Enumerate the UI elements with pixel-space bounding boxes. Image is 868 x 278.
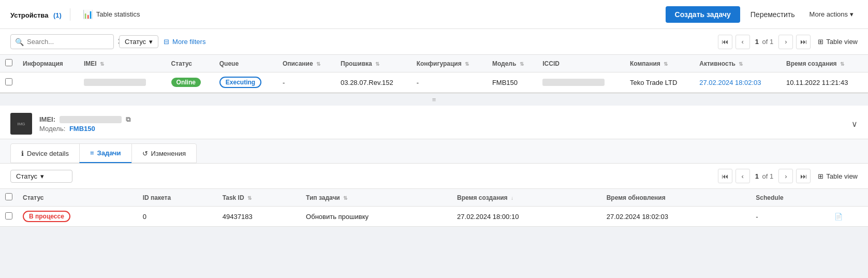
sub-table-wrap: Статус ID пакета Task ID ⇅ Тип задачи ⇅ … (0, 189, 868, 227)
sub-select-all-checkbox[interactable] (5, 193, 12, 200)
table-statistics-button[interactable]: 📊 Table statistics (79, 7, 144, 21)
search-box[interactable]: 🔍 ✕ (10, 34, 114, 49)
sub-page-info: 1 of 1 (753, 172, 776, 180)
col-description[interactable]: Описание ⇅ (277, 55, 335, 72)
device-thumbnail: IMG (10, 113, 32, 135)
sub-pagination: ⏮ ‹ 1 of 1 › ⏭ ⊞ Table view (718, 169, 858, 183)
cell-description: - (277, 72, 335, 93)
device-count: (1) (53, 11, 62, 19)
sub-col-created[interactable]: Время создания ↓ (452, 189, 601, 207)
next-page-button[interactable]: › (778, 35, 793, 49)
cell-status: Online (166, 72, 214, 93)
status-filter-dropdown[interactable]: Статус ▾ (119, 35, 158, 48)
row-checkbox[interactable] (5, 78, 12, 85)
col-info: Информация (18, 55, 79, 72)
sub-cell-action[interactable]: 📄 (829, 207, 868, 227)
col-created[interactable]: Время создания ⇅ (781, 55, 868, 72)
sub-col-action (829, 189, 868, 207)
header-actions: Создать задачу Переместить More actions … (666, 6, 858, 23)
current-page: 1 (755, 38, 759, 46)
main-table: Информация IMEI ⇅ Статус Queue Описание … (0, 55, 868, 93)
sub-first-page-button[interactable]: ⏮ (718, 169, 732, 183)
sub-col-schedule: Schedule (751, 189, 829, 207)
sub-table-view-icon: ⊞ (818, 172, 823, 180)
detail-panel: ≡ IMG IMEI: ⧉ Модель: FMB150 ∨ ℹ Device … (0, 93, 868, 227)
tab-changes[interactable]: ↺ Изменения (131, 143, 197, 163)
col-activity[interactable]: Активность ⇅ (694, 55, 781, 72)
table-view-label: Table view (826, 38, 858, 46)
cell-iccid (537, 72, 625, 93)
sub-col-task-type[interactable]: Тип задачи ⇅ (301, 189, 452, 207)
title-text: Устройства (10, 11, 48, 19)
main-toolbar: 🔍 ✕ Статус ▾ ⊟ More filters ⏮ ‹ 1 of 1 ›… (0, 29, 868, 55)
sub-status-filter[interactable]: Статус ▾ (10, 170, 72, 183)
cell-created: 10.11.2022 11:21:43 (781, 72, 868, 93)
model-value: FMB150 (69, 125, 95, 133)
sub-cell-task-type: Обновить прошивку (301, 207, 452, 227)
copy-icon[interactable]: ⧉ (126, 115, 130, 124)
info-icon: ℹ (21, 150, 24, 157)
more-actions-label: More actions (810, 10, 848, 18)
last-page-button[interactable]: ⏭ (796, 35, 811, 49)
move-button[interactable]: Переместить (746, 8, 799, 21)
status-chevron-icon: ▾ (149, 38, 153, 46)
table-view-button[interactable]: ⊞ Table view (818, 38, 858, 46)
search-icon: 🔍 (15, 38, 24, 46)
col-status: Статус (166, 55, 214, 72)
sub-col-packet-id: ID пакета (138, 189, 217, 207)
sub-table-header-row: Статус ID пакета Task ID ⇅ Тип задачи ⇅ … (0, 189, 868, 207)
status-badge-online: Online (171, 78, 201, 87)
col-firmware[interactable]: Прошивка ⇅ (335, 55, 411, 72)
status-filter-label: Статус (125, 38, 146, 46)
tab-changes-label: Изменения (151, 150, 186, 157)
sub-table-view-label: Table view (826, 172, 858, 180)
sub-cell-created: 27.02.2024 18:00:10 (452, 207, 601, 227)
cell-firmware: 03.28.07.Rev.152 (335, 72, 411, 93)
drag-handle[interactable]: ≡ (0, 94, 868, 106)
device-imei-row: IMEI: ⧉ (39, 115, 844, 124)
device-model-row: Модель: FMB150 (39, 125, 844, 133)
sub-status-badge: В процессе (23, 211, 70, 222)
first-page-button[interactable]: ⏮ (718, 35, 732, 49)
col-queue: Queue (214, 55, 277, 72)
sub-table: Статус ID пакета Task ID ⇅ Тип задачи ⇅ … (0, 189, 868, 227)
search-input[interactable] (27, 38, 114, 46)
sub-cell-schedule: - (751, 207, 829, 227)
filter-icon: ⊟ (164, 38, 169, 46)
tab-tasks[interactable]: ≡ Задачи (79, 143, 132, 163)
sub-row-checkbox[interactable] (5, 212, 12, 220)
collapse-detail-button[interactable]: ∨ (851, 119, 858, 129)
main-table-header-row: Информация IMEI ⇅ Статус Queue Описание … (0, 55, 868, 72)
col-company[interactable]: Компания ⇅ (625, 55, 694, 72)
sub-last-page-button[interactable]: ⏭ (796, 169, 811, 183)
sub-current-page: 1 (755, 172, 759, 180)
page-info: 1 of 1 (753, 38, 776, 46)
sub-col-updated: Время обновления (601, 189, 751, 207)
create-task-button[interactable]: Создать задачу (666, 6, 740, 23)
cell-info (18, 72, 79, 93)
sub-status-chevron: ▾ (40, 172, 44, 180)
file-action-icon[interactable]: 📄 (834, 213, 843, 221)
more-filters-button[interactable]: ⊟ More filters (164, 38, 205, 46)
main-table-wrap: Информация IMEI ⇅ Статус Queue Описание … (0, 55, 868, 93)
sub-prev-page-button[interactable]: ‹ (735, 169, 750, 183)
cell-configuration: - (411, 72, 487, 93)
cell-company: Teko Trade LTD (625, 72, 694, 93)
tab-device-details[interactable]: ℹ Device details (10, 143, 80, 163)
col-imei[interactable]: IMEI ⇅ (79, 55, 166, 72)
sub-table-view-button[interactable]: ⊞ Table view (818, 172, 858, 180)
changes-icon: ↺ (142, 150, 148, 157)
col-model[interactable]: Модель ⇅ (487, 55, 537, 72)
queue-badge-executing: Executing (219, 77, 261, 88)
select-all-checkbox[interactable] (5, 59, 12, 66)
page-title: Устройства (1) (10, 8, 62, 20)
col-configuration[interactable]: Конфигурация ⇅ (411, 55, 487, 72)
sub-next-page-button[interactable]: › (778, 169, 793, 183)
more-actions-button[interactable]: More actions ▾ (805, 8, 858, 20)
cell-imei (79, 72, 166, 93)
sub-cell-task-id: 49437183 (217, 207, 301, 227)
prev-page-button[interactable]: ‹ (735, 35, 750, 49)
header-divider (70, 8, 70, 21)
table-view-icon: ⊞ (818, 38, 823, 46)
sub-col-task-id[interactable]: Task ID ⇅ (217, 189, 301, 207)
